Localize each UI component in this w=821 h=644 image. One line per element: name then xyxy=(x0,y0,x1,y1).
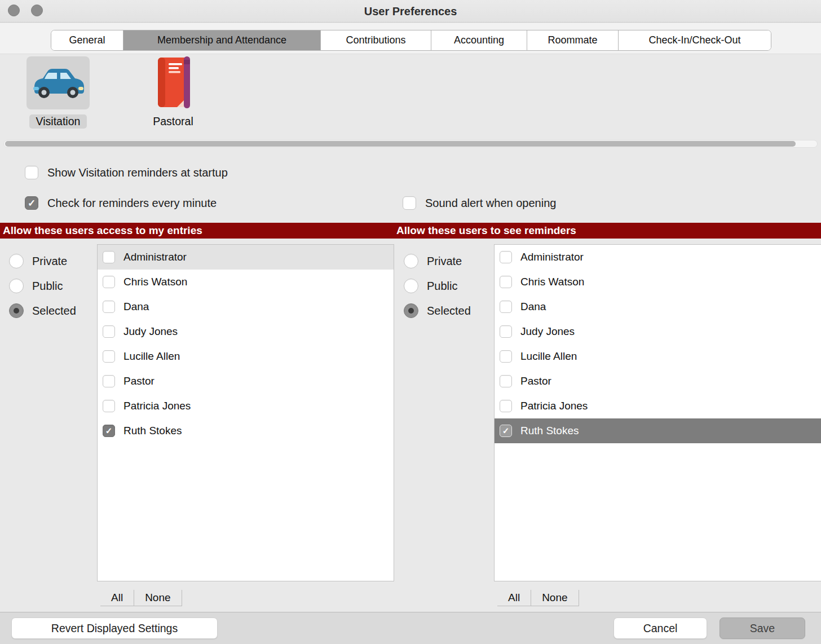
reminders-selected-radio[interactable] xyxy=(404,303,418,318)
user-row-chris-watson[interactable]: Chris Watson xyxy=(495,270,821,294)
access-section-header: Allow these users access to my entries xyxy=(3,223,202,239)
close-button[interactable] xyxy=(8,5,20,16)
tab-membership-and-attendance[interactable]: Membership and Attendance xyxy=(123,30,321,50)
access-private-row: Private xyxy=(9,253,67,269)
user-row-ruth-stokes[interactable]: Ruth Stokes xyxy=(98,418,394,443)
user-checkbox[interactable] xyxy=(500,251,512,263)
user-row-administrator[interactable]: Administrator xyxy=(98,245,394,270)
tab-strip: General Membership and Attendance Contri… xyxy=(0,23,821,54)
user-checkbox[interactable] xyxy=(500,325,512,338)
tab-roommate[interactable]: Roommate xyxy=(527,30,619,50)
user-row-pastor[interactable]: Pastor xyxy=(495,369,821,394)
reminders-selected-row: Selected xyxy=(404,303,471,319)
user-name-label: Ruth Stokes xyxy=(123,425,182,437)
reminders-public-radio[interactable] xyxy=(404,279,418,293)
sound-alert-checkbox[interactable] xyxy=(403,196,416,210)
check-every-minute-checkbox[interactable] xyxy=(25,196,38,210)
user-row-dana[interactable]: Dana xyxy=(98,294,394,319)
user-row-ruth-stokes[interactable]: Ruth Stokes xyxy=(495,418,821,443)
user-checkbox[interactable] xyxy=(103,425,115,437)
reminders-public-row: Public xyxy=(404,278,457,294)
access-public-label: Public xyxy=(32,280,63,293)
user-name-label: Chris Watson xyxy=(123,276,187,288)
section-header-bar: Allow these users access to my entries A… xyxy=(0,223,821,239)
title-bar: User Preferences xyxy=(0,0,821,23)
access-user-list[interactable]: AdministratorChris WatsonDanaJudy JonesL… xyxy=(97,244,394,581)
access-all-button[interactable]: All xyxy=(100,590,134,606)
user-row-lucille-allen[interactable]: Lucille Allen xyxy=(495,344,821,369)
user-name-label: Pastor xyxy=(520,375,551,387)
access-private-label: Private xyxy=(32,255,67,268)
reminders-all-button[interactable]: All xyxy=(497,590,531,606)
cancel-button[interactable]: Cancel xyxy=(613,617,707,639)
access-public-radio[interactable] xyxy=(9,279,24,293)
user-checkbox[interactable] xyxy=(103,301,115,313)
minimize-button[interactable] xyxy=(31,5,43,16)
user-name-label: Administrator xyxy=(123,251,187,263)
user-row-lucille-allen[interactable]: Lucille Allen xyxy=(98,344,394,369)
user-checkbox[interactable] xyxy=(500,375,512,387)
tab-contributions[interactable]: Contributions xyxy=(321,30,431,50)
user-name-label: Chris Watson xyxy=(520,276,584,288)
reminders-section-header: Allow these users to see reminders xyxy=(396,223,576,239)
user-row-chris-watson[interactable]: Chris Watson xyxy=(98,270,394,294)
user-checkbox[interactable] xyxy=(500,276,512,288)
user-checkbox[interactable] xyxy=(500,400,512,412)
reminders-private-row: Private xyxy=(404,253,462,269)
user-name-label: Ruth Stokes xyxy=(520,425,579,437)
tab-general[interactable]: General xyxy=(51,30,123,50)
check-every-minute-option: Check for reminders every minute xyxy=(25,195,217,211)
user-checkbox[interactable] xyxy=(500,425,512,437)
car-icon xyxy=(27,56,90,109)
visitation-tile[interactable]: Visitation xyxy=(23,56,94,129)
user-checkbox[interactable] xyxy=(500,301,512,313)
reminders-none-button[interactable]: None xyxy=(531,590,579,606)
access-private-radio[interactable] xyxy=(9,254,24,268)
sound-alert-label: Sound alert when opening xyxy=(425,197,556,210)
revert-displayed-settings-button[interactable]: Revert Displayed Settings xyxy=(11,617,218,639)
horizontal-scrollbar-thumb[interactable] xyxy=(5,141,796,147)
reminders-private-radio[interactable] xyxy=(404,254,418,268)
user-checkbox[interactable] xyxy=(103,350,115,363)
user-name-label: Pastor xyxy=(123,375,155,387)
access-public-row: Public xyxy=(9,278,63,294)
user-row-patricia-jones[interactable]: Patricia Jones xyxy=(495,394,821,418)
access-none-button[interactable]: None xyxy=(134,590,182,606)
reminders-public-label: Public xyxy=(427,280,457,293)
pastoral-label: Pastoral xyxy=(146,114,200,129)
user-row-patricia-jones[interactable]: Patricia Jones xyxy=(98,394,394,418)
access-selected-radio[interactable] xyxy=(9,303,24,318)
user-row-judy-jones[interactable]: Judy Jones xyxy=(98,319,394,344)
save-button[interactable]: Save xyxy=(720,617,805,639)
horizontal-scrollbar-track[interactable] xyxy=(3,140,818,148)
user-name-label: Judy Jones xyxy=(520,325,575,338)
user-name-label: Judy Jones xyxy=(123,325,178,338)
user-checkbox[interactable] xyxy=(500,350,512,363)
user-row-administrator[interactable]: Administrator xyxy=(495,245,821,270)
show-reminders-checkbox[interactable] xyxy=(25,166,38,179)
user-checkbox[interactable] xyxy=(103,375,115,387)
window-title: User Preferences xyxy=(0,0,821,23)
user-name-label: Dana xyxy=(123,301,149,313)
access-list-actions: All None xyxy=(100,590,182,606)
reminders-selected-label: Selected xyxy=(427,305,471,317)
sound-alert-option: Sound alert when opening xyxy=(403,195,556,211)
pastoral-tile[interactable]: Pastoral xyxy=(138,56,209,129)
tab-accounting[interactable]: Accounting xyxy=(431,30,527,50)
journal-icon xyxy=(142,56,205,109)
user-name-label: Patricia Jones xyxy=(123,400,191,412)
user-checkbox[interactable] xyxy=(103,325,115,338)
user-checkbox[interactable] xyxy=(103,251,115,263)
user-row-dana[interactable]: Dana xyxy=(495,294,821,319)
reminders-list-actions: All None xyxy=(497,590,579,606)
user-name-label: Administrator xyxy=(520,251,584,263)
user-checkbox[interactable] xyxy=(103,400,115,412)
visitation-label: Visitation xyxy=(29,114,87,129)
user-row-pastor[interactable]: Pastor xyxy=(98,369,394,394)
user-row-judy-jones[interactable]: Judy Jones xyxy=(495,319,821,344)
reminders-private-label: Private xyxy=(427,255,462,268)
tab-check-in-check-out[interactable]: Check-In/Check-Out xyxy=(619,30,771,50)
user-checkbox[interactable] xyxy=(103,276,115,288)
footer-bar: Revert Displayed Settings Cancel Save xyxy=(0,612,821,644)
reminders-user-list[interactable]: AdministratorChris WatsonDanaJudy JonesL… xyxy=(494,244,821,581)
